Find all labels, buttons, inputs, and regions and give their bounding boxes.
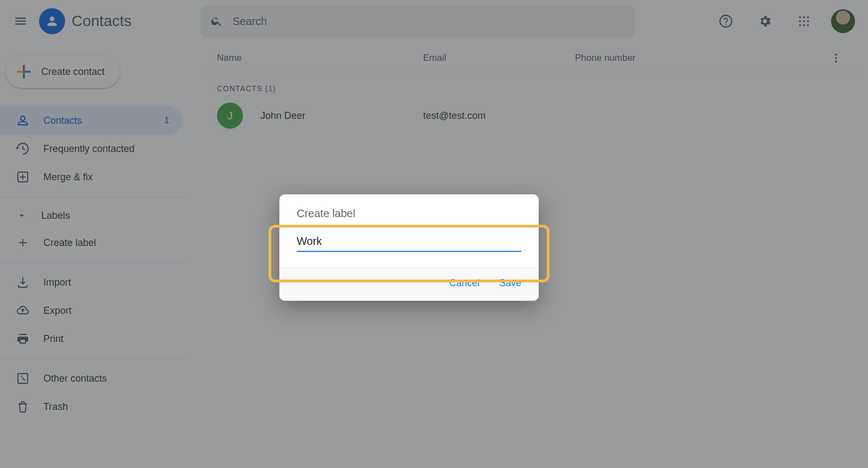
- cancel-button[interactable]: Cancel: [449, 277, 480, 289]
- save-button[interactable]: Save: [499, 277, 521, 289]
- dialog-title: Create label: [279, 194, 539, 220]
- create-label-dialog: Create label Cancel Save: [279, 194, 539, 301]
- label-name-input[interactable]: [297, 231, 521, 252]
